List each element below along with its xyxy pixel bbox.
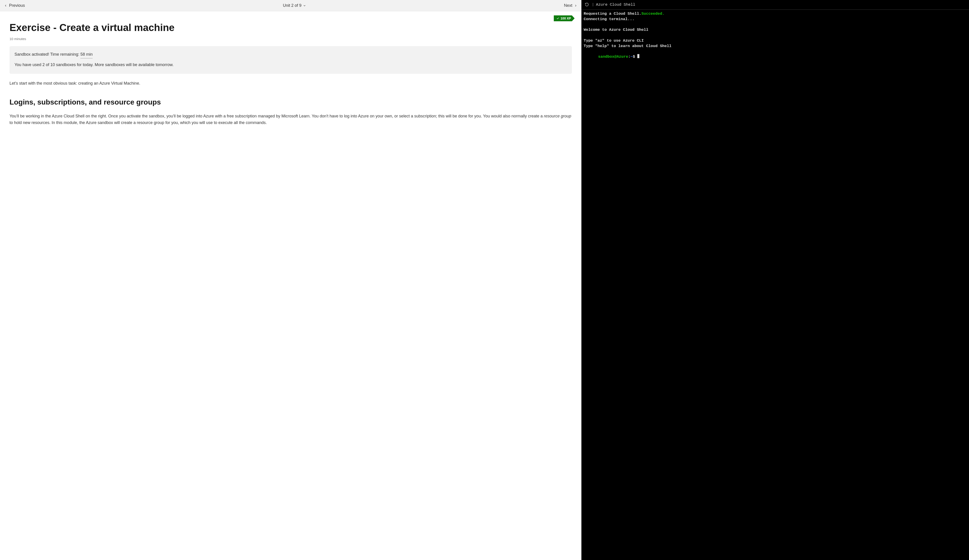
sandbox-usage-note: You have used 2 of 10 sandboxes for toda… — [15, 61, 567, 68]
sandbox-status: Sandbox activated! Time remaining: 58 mi… — [15, 51, 567, 58]
section-heading: Logins, subscriptions, and resource grou… — [10, 98, 572, 106]
content-pane: Previous Unit 2 of 9 Next 100 XP Exercis… — [0, 0, 581, 560]
unit-indicator[interactable]: Unit 2 of 9 — [283, 3, 306, 8]
term-hint2: Type "help" to learn about Cloud Shell — [584, 44, 671, 48]
prompt-colon: : — [628, 55, 631, 59]
terminal-prompt: sandbox@Azure:~$ — [598, 55, 639, 59]
unit-indicator-label: Unit 2 of 9 — [283, 3, 301, 8]
terminal-title: Azure Cloud Shell — [596, 2, 635, 7]
sandbox-time-remaining: 58 min — [80, 51, 93, 58]
term-line1-b: Succeeded. — [641, 12, 664, 16]
section-body-b: to hold new resources. In this module, t… — [10, 120, 267, 125]
unit-nav-bar: Previous Unit 2 of 9 Next — [0, 0, 581, 11]
xp-badge: 100 XP — [554, 15, 574, 21]
check-icon — [556, 17, 559, 20]
time-estimate: 10 minutes — [10, 37, 572, 41]
term-hint1: Type "az" to use Azure CLI — [584, 38, 644, 43]
previous-button[interactable]: Previous — [4, 3, 25, 8]
terminal-body[interactable]: Requesting a Cloud Shell.Succeeded. Conn… — [581, 10, 969, 61]
terminal-header: | Azure Cloud Shell — [581, 0, 969, 10]
terminal-divider: | — [592, 2, 594, 7]
sandbox-info-box: Sandbox activated! Time remaining: 58 mi… — [10, 46, 572, 74]
chevron-right-icon — [574, 4, 577, 7]
section-body: You'll be working in the Azure Cloud She… — [10, 113, 572, 126]
term-welcome: Welcome to Azure Cloud Shell — [584, 28, 648, 32]
term-line1-a: Requesting a Cloud Shell. — [584, 12, 641, 16]
terminal-cursor — [637, 54, 639, 58]
terminal-pane: | Azure Cloud Shell Requesting a Cloud S… — [581, 0, 969, 560]
prompt-path: ~ — [631, 55, 633, 59]
term-line2: Connecting terminal... — [584, 17, 634, 21]
xp-label: 100 XP — [561, 17, 571, 20]
sandbox-status-prefix: Sandbox activated! Time remaining: — [15, 52, 80, 56]
content-scroll[interactable]: 100 XP Exercise - Create a virtual machi… — [0, 11, 581, 560]
previous-label: Previous — [9, 3, 25, 8]
next-label: Next — [564, 3, 572, 8]
restart-button[interactable] — [584, 2, 590, 8]
chevron-left-icon — [4, 4, 7, 7]
prompt-symbol: $ — [633, 55, 635, 59]
chevron-down-icon — [303, 4, 306, 7]
prompt-user: sandbox — [598, 55, 614, 59]
section-body-em: resource group — [544, 114, 571, 118]
page-title: Exercise - Create a virtual machine — [10, 22, 572, 34]
restart-icon — [585, 2, 589, 7]
intro-text: Let's start with the most obvious task: … — [10, 80, 572, 86]
prompt-host: Azure — [617, 55, 628, 59]
next-button[interactable]: Next — [564, 3, 577, 8]
section-body-a: You'll be working in the Azure Cloud She… — [10, 114, 544, 118]
prompt-at: @ — [614, 55, 616, 59]
